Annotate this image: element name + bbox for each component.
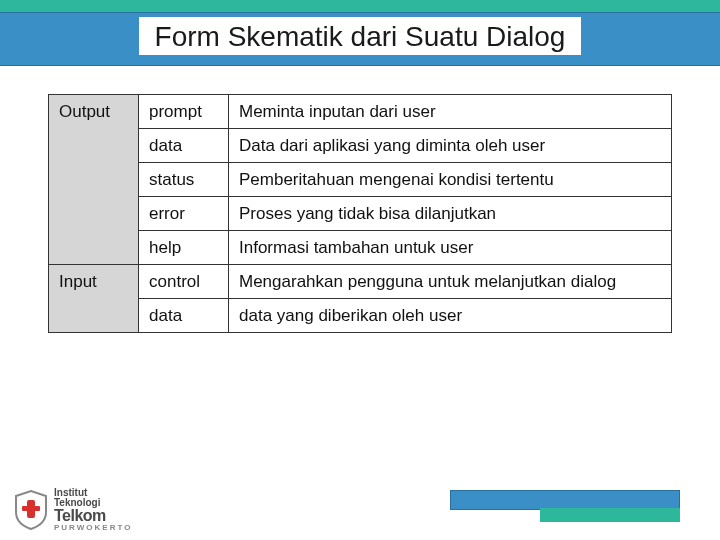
institution-logo: Institut Teknologi Telkom PURWOKERTO	[14, 488, 132, 532]
desc-cell: Informasi tambahan untuk user	[229, 231, 672, 265]
table-row: error Proses yang tidak bisa dilanjutkan	[49, 197, 672, 231]
table-row: Input control Mengarahkan pengguna untuk…	[49, 265, 672, 299]
title-bar: Form Skematik dari Suatu Dialog	[0, 12, 720, 66]
logo-line3: Telkom	[54, 508, 132, 524]
desc-cell: Mengarahkan pengguna untuk melanjutkan d…	[229, 265, 672, 299]
footer-decor	[450, 490, 680, 522]
type-cell: error	[139, 197, 229, 231]
desc-cell: Pemberitahuan mengenai kondisi tertentu	[229, 163, 672, 197]
dialog-form-table: Output prompt Meminta inputan dari user …	[48, 94, 672, 333]
table-row: status Pemberitahuan mengenai kondisi te…	[49, 163, 672, 197]
type-cell: data	[139, 129, 229, 163]
type-cell: status	[139, 163, 229, 197]
desc-cell: Data dari aplikasi yang diminta oleh use…	[229, 129, 672, 163]
svg-rect-1	[22, 506, 40, 511]
telkom-logo-icon	[14, 490, 48, 530]
decor-green-bar	[540, 508, 680, 522]
desc-cell: Proses yang tidak bisa dilanjutkan	[229, 197, 672, 231]
category-cell-input: Input	[49, 265, 139, 333]
desc-cell: data yang diberikan oleh user	[229, 299, 672, 333]
desc-cell: Meminta inputan dari user	[229, 95, 672, 129]
logo-text: Institut Teknologi Telkom PURWOKERTO	[54, 488, 132, 532]
table-row: help Informasi tambahan untuk user	[49, 231, 672, 265]
table-row: data data yang diberikan oleh user	[49, 299, 672, 333]
footer: Institut Teknologi Telkom PURWOKERTO	[0, 478, 720, 540]
type-cell: data	[139, 299, 229, 333]
slide-title: Form Skematik dari Suatu Dialog	[139, 17, 582, 55]
decor-blue-bar	[450, 490, 680, 510]
top-accent-bar	[0, 0, 720, 12]
type-cell: control	[139, 265, 229, 299]
logo-line4: PURWOKERTO	[54, 524, 132, 532]
type-cell: help	[139, 231, 229, 265]
type-cell: prompt	[139, 95, 229, 129]
table-row: Output prompt Meminta inputan dari user	[49, 95, 672, 129]
category-cell-output: Output	[49, 95, 139, 265]
table-row: data Data dari aplikasi yang diminta ole…	[49, 129, 672, 163]
content-area: Output prompt Meminta inputan dari user …	[0, 66, 720, 333]
